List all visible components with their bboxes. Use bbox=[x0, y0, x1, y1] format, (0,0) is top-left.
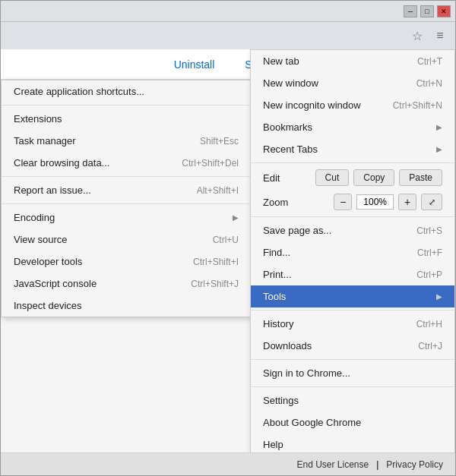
zoom-fullscreen-button[interactable]: ⤢ bbox=[421, 194, 442, 210]
about-chrome-item[interactable]: About Google Chrome bbox=[251, 411, 454, 433]
print-item[interactable]: Print... Ctrl+P bbox=[251, 263, 454, 285]
report-issue-shortcut: Alt+Shift+I bbox=[197, 185, 239, 196]
history-label: History bbox=[263, 318, 293, 329]
title-bar: ─ □ ✕ bbox=[1, 1, 455, 22]
settings-label: Settings bbox=[263, 395, 299, 406]
chrome-menu-icon[interactable]: ≡ bbox=[431, 27, 449, 45]
find-shortcut: Ctrl+F bbox=[417, 247, 442, 258]
task-manager-item[interactable]: Task manager Shift+Esc bbox=[2, 130, 251, 152]
paste-button[interactable]: Paste bbox=[399, 169, 442, 186]
bookmark-star-icon[interactable]: ☆ bbox=[408, 27, 426, 45]
zoom-in-button[interactable]: + bbox=[398, 194, 416, 210]
recent-tabs-arrow-icon: ▶ bbox=[436, 145, 442, 153]
sign-in-label: Sign in to Chrome... bbox=[263, 367, 350, 379]
recent-tabs-item[interactable]: Recent Tabs ▶ bbox=[251, 138, 454, 160]
menu-divider-1 bbox=[2, 105, 251, 106]
print-shortcut: Ctrl+P bbox=[416, 270, 442, 280]
chrome-main-menu: New tab Ctrl+T New window Ctrl+N New inc… bbox=[250, 49, 455, 452]
history-shortcut: Ctrl+H bbox=[416, 319, 442, 329]
new-incognito-shortcut: Ctrl+Shift+N bbox=[393, 100, 442, 111]
new-window-shortcut: Ctrl+N bbox=[416, 78, 442, 89]
encoding-arrow-icon: ▶ bbox=[233, 213, 239, 222]
javascript-console-shortcut: Ctrl+Shift+J bbox=[191, 279, 239, 289]
view-source-shortcut: Ctrl+U bbox=[213, 235, 239, 245]
menu-divider-r5 bbox=[251, 386, 454, 387]
settings-item[interactable]: Settings bbox=[251, 389, 454, 411]
menu-divider-2 bbox=[2, 176, 251, 177]
downloads-item[interactable]: Downloads Ctrl+J bbox=[251, 335, 454, 357]
javascript-console-label: JavaScript console bbox=[14, 278, 97, 289]
minimize-button[interactable]: ─ bbox=[404, 5, 417, 17]
new-tab-item[interactable]: New tab Ctrl+T bbox=[251, 50, 454, 72]
save-page-label: Save page as... bbox=[263, 225, 331, 236]
bookmarks-item[interactable]: Bookmarks ▶ bbox=[251, 116, 454, 138]
save-page-shortcut: Ctrl+S bbox=[416, 225, 442, 236]
save-page-item[interactable]: Save page as... Ctrl+S bbox=[251, 219, 454, 241]
sign-in-item[interactable]: Sign in to Chrome... bbox=[251, 362, 454, 384]
end-user-license-link[interactable]: End User License bbox=[296, 459, 369, 470]
report-issue-label: Report an issue... bbox=[14, 184, 91, 196]
tools-label: Tools bbox=[263, 291, 286, 302]
new-tab-label: New tab bbox=[263, 55, 299, 67]
task-manager-label: Task manager bbox=[14, 135, 76, 147]
javascript-console-item[interactable]: JavaScript console Ctrl+Shift+J bbox=[2, 273, 251, 295]
edit-label: Edit bbox=[263, 172, 311, 184]
uninstall-link[interactable]: Uninstall bbox=[174, 58, 215, 71]
maximize-button[interactable]: □ bbox=[420, 5, 434, 17]
downloads-label: Downloads bbox=[263, 340, 312, 351]
developer-tools-label: Developer tools bbox=[14, 256, 82, 267]
find-item[interactable]: Find... Ctrl+F bbox=[251, 241, 454, 263]
menu-divider-3 bbox=[2, 203, 251, 204]
inspect-devices-label: Inspect devices bbox=[14, 300, 82, 311]
zoom-value-display: 100% bbox=[356, 194, 394, 210]
edit-row: Edit Cut Copy Paste bbox=[251, 165, 454, 190]
tools-submenu: Create application shortcuts... Extensio… bbox=[1, 80, 252, 317]
cut-button[interactable]: Cut bbox=[315, 169, 350, 186]
report-issue-item[interactable]: Report an issue... Alt+Shift+I bbox=[2, 179, 251, 201]
view-source-item[interactable]: View source Ctrl+U bbox=[2, 229, 251, 251]
view-source-label: View source bbox=[14, 234, 68, 245]
new-tab-shortcut: Ctrl+T bbox=[417, 56, 442, 67]
browser-toolbar: ☆ ≡ bbox=[1, 22, 455, 49]
new-incognito-item[interactable]: New incognito window Ctrl+Shift+N bbox=[251, 94, 454, 116]
footer-separator: | bbox=[376, 459, 378, 470]
create-shortcuts-item[interactable]: Create application shortcuts... bbox=[2, 80, 251, 102]
help-item[interactable]: Help bbox=[251, 433, 454, 452]
tools-item[interactable]: Tools ▶ bbox=[251, 285, 454, 307]
encoding-item[interactable]: Encoding ▶ bbox=[2, 206, 251, 229]
inspect-devices-item[interactable]: Inspect devices bbox=[2, 295, 251, 317]
task-manager-shortcut: Shift+Esc bbox=[200, 136, 239, 147]
extensions-label: Extensions bbox=[14, 113, 62, 125]
bookmarks-arrow-icon: ▶ bbox=[436, 123, 442, 131]
new-incognito-label: New incognito window bbox=[263, 99, 361, 111]
extensions-item[interactable]: Extensions bbox=[2, 108, 251, 130]
tools-arrow-icon: ▶ bbox=[436, 292, 442, 301]
title-bar-buttons: ─ □ ✕ bbox=[404, 5, 451, 17]
zoom-row: Zoom − 100% + ⤢ bbox=[251, 190, 454, 214]
create-shortcuts-label: Create application shortcuts... bbox=[14, 86, 144, 97]
developer-tools-item[interactable]: Developer tools Ctrl+Shift+I bbox=[2, 251, 251, 273]
find-label: Find... bbox=[263, 247, 290, 258]
menu-divider-r4 bbox=[251, 359, 454, 360]
browser-window: ─ □ ✕ ☆ ≡ Uninstall Support ⭐ 🎧 ✉ Get Ta… bbox=[0, 0, 456, 476]
close-button[interactable]: ✕ bbox=[437, 5, 451, 17]
privacy-policy-link[interactable]: Privacy Policy bbox=[386, 459, 443, 470]
menu-divider-r3 bbox=[251, 310, 454, 311]
zoom-out-button[interactable]: − bbox=[334, 194, 352, 210]
print-label: Print... bbox=[263, 269, 292, 280]
footer-bar: End User License | Privacy Policy bbox=[1, 452, 455, 475]
zoom-label: Zoom bbox=[263, 197, 329, 208]
new-window-item[interactable]: New window Ctrl+N bbox=[251, 72, 454, 94]
history-item[interactable]: History Ctrl+H bbox=[251, 313, 454, 335]
page-content: Uninstall Support ⭐ 🎧 ✉ Get Tasks Done w… bbox=[1, 49, 455, 452]
encoding-label: Encoding bbox=[14, 212, 55, 223]
new-window-label: New window bbox=[263, 77, 318, 89]
copy-button[interactable]: Copy bbox=[353, 169, 394, 186]
developer-tools-shortcut: Ctrl+Shift+I bbox=[193, 257, 239, 267]
clear-browsing-item[interactable]: Clear browsing data... Ctrl+Shift+Del bbox=[2, 152, 251, 174]
bookmarks-label: Bookmarks bbox=[263, 121, 312, 133]
menu-divider-r2 bbox=[251, 216, 454, 217]
clear-browsing-shortcut: Ctrl+Shift+Del bbox=[182, 158, 239, 169]
downloads-shortcut: Ctrl+J bbox=[418, 341, 442, 351]
help-label: Help bbox=[263, 439, 283, 450]
